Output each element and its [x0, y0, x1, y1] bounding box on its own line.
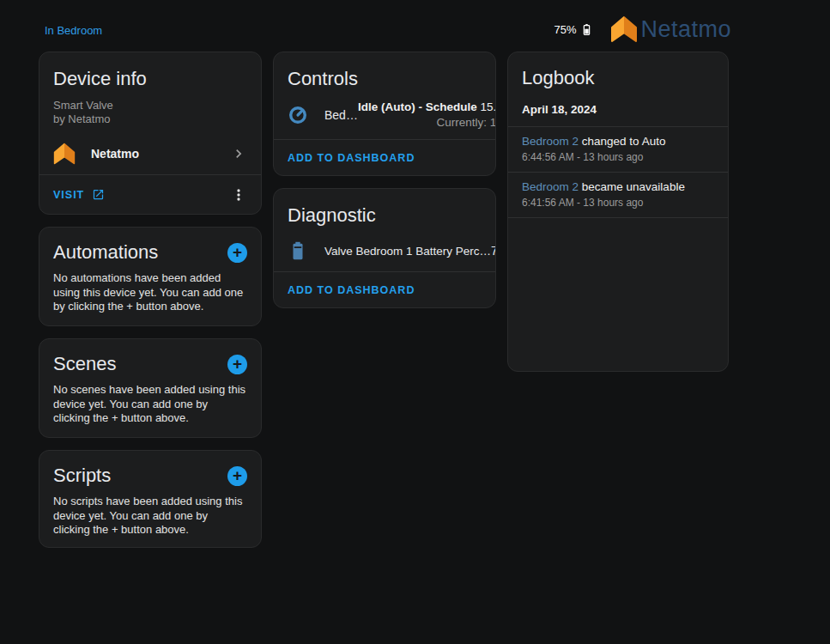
add-scene-button[interactable]: + [227, 355, 247, 374]
logbook-date: April 18, 2024 [522, 103, 714, 116]
add-automation-button[interactable]: + [227, 243, 247, 263]
logbook-message: changed to Auto [582, 135, 666, 148]
scenes-empty-text: No scenes have been added using this dev… [39, 375, 261, 426]
controls-card: Controls Bed… Idle (Auto) - Schedule 15.… [273, 52, 496, 176]
device-model: Smart Valve [53, 99, 247, 112]
integration-row-netatmo[interactable]: Netatmo [39, 137, 261, 170]
column-right: Logbook April 18, 2024 Bedroom 2 changed… [507, 52, 729, 384]
automations-title: Automations [53, 241, 158, 264]
battery-entity-name[interactable]: Valve Bedroom 1 Battery Perc… [324, 245, 491, 258]
logbook-message: became unavailable [582, 180, 685, 193]
netatmo-logo-icon [610, 15, 638, 43]
automations-card: Automations + No automations have been a… [39, 227, 262, 326]
plus-icon: + [233, 355, 242, 372]
logbook-entity-link[interactable]: Bedroom 2 [522, 180, 579, 193]
battery-icon [580, 20, 593, 39]
logbook-entry: Bedroom 2 became unavailable 6:41:56 AM … [508, 173, 728, 218]
logbook-title: Logbook [522, 67, 714, 89]
plus-icon: + [233, 244, 242, 260]
battery-entity-value: 75% [491, 244, 496, 258]
integration-name: Netatmo [91, 147, 139, 161]
logbook-entity-link[interactable]: Bedroom 2 [522, 135, 579, 148]
diagnostic-card: Diagnostic Valve Bedroom 1 Battery Perc…… [273, 188, 496, 308]
device-manufacturer: by Netatmo [53, 112, 247, 126]
climate-state: Idle (Auto) - Schedule 15.5 °C Currently… [358, 100, 496, 129]
external-link-icon [92, 188, 105, 201]
battery-entity-row: Valve Bedroom 1 Battery Perc… 75% [274, 227, 495, 261]
logbook-card: Logbook April 18, 2024 Bedroom 2 changed… [507, 52, 729, 372]
scenes-card: Scenes + No scenes have been added using… [39, 338, 262, 438]
logbook-timestamp: 6:44:56 AM - 13 hours ago [522, 151, 714, 163]
controls-title: Controls [288, 68, 482, 90]
add-script-button[interactable]: + [227, 466, 247, 486]
climate-target-temp: 15.5 °C [477, 100, 496, 113]
diagnostic-add-to-dashboard-button[interactable]: ADD TO DASHBOARD [288, 284, 415, 296]
netatmo-wordmark: Netatmo [640, 16, 731, 43]
top-bar: In Bedroom 75% Netatmo [0, 0, 830, 50]
device-info-card: Device info Smart Valve by Netatmo Netat… [39, 52, 262, 215]
visit-button[interactable]: VISIT [53, 188, 105, 201]
logbook-timestamp: 6:41:56 AM - 13 hours ago [522, 197, 714, 209]
controls-add-to-dashboard-button[interactable]: ADD TO DASHBOARD [288, 152, 415, 164]
scenes-title: Scenes [53, 353, 116, 375]
diagnostic-title: Diagnostic [288, 204, 482, 227]
scripts-empty-text: No scripts have been added using this de… [39, 487, 261, 538]
automations-empty-text: No automations have been added using thi… [39, 264, 261, 314]
climate-state-mode: Idle (Auto) - Schedule [358, 100, 477, 113]
scripts-card: Scripts + No scripts have been added usi… [39, 450, 262, 548]
visit-label: VISIT [53, 189, 84, 201]
scripts-title: Scripts [53, 465, 111, 487]
column-middle: Controls Bed… Idle (Auto) - Schedule 15.… [273, 52, 496, 320]
header-right-group: 75% Netatmo [554, 15, 731, 43]
plus-icon: + [233, 467, 242, 483]
climate-entity-row: Bed… Idle (Auto) - Schedule 15.5 °C Curr… [274, 90, 495, 129]
climate-current-temp: Currently: 18 °C [358, 116, 496, 129]
netatmo-integration-icon [53, 143, 76, 165]
column-left: Device info Smart Valve by Netatmo Netat… [39, 52, 262, 560]
climate-entity-name[interactable]: Bed… [324, 108, 358, 122]
thermostat-dial-icon [288, 105, 308, 125]
header-battery-percent: 75% [554, 23, 576, 36]
netatmo-brand-link[interactable]: Netatmo [610, 15, 731, 43]
logbook-entry: Bedroom 2 changed to Auto 6:44:56 AM - 1… [508, 127, 728, 173]
kebab-menu-icon[interactable] [230, 186, 247, 204]
chevron-right-icon [230, 145, 247, 162]
battery-sensor-icon [288, 240, 308, 261]
device-info-title: Device info [53, 68, 247, 90]
breadcrumb[interactable]: In Bedroom [45, 24, 102, 37]
